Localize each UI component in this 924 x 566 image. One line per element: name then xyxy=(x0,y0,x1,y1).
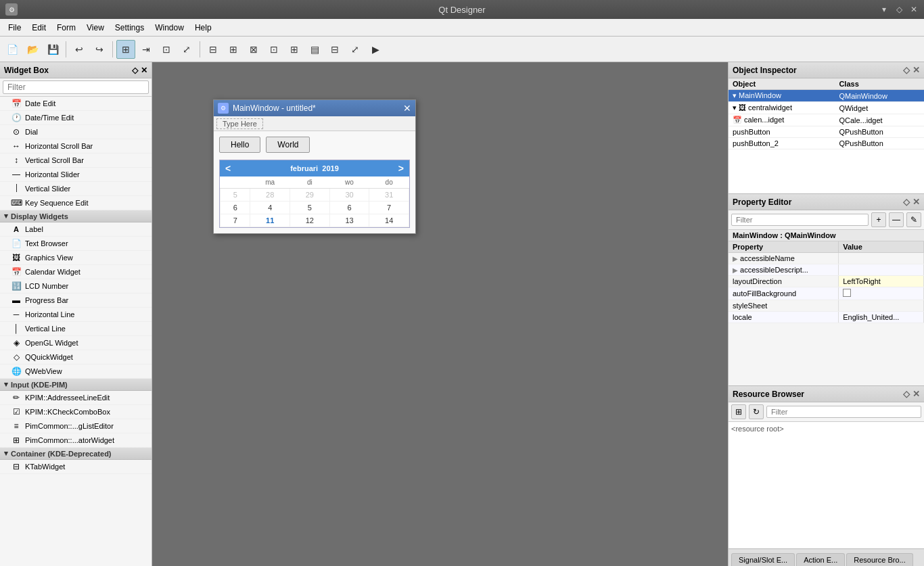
widget-item-opengl[interactable]: ◈ OpenGL Widget xyxy=(0,336,152,350)
cal-day[interactable]: 30 xyxy=(329,189,369,202)
save-button[interactable]: 💾 xyxy=(43,40,62,59)
widget-item-text-browser[interactable]: 📄 Text Browser xyxy=(0,237,152,251)
close-icon[interactable]: ✕ xyxy=(908,3,920,16)
widget-item-calendar[interactable]: 📅 Calendar Widget xyxy=(0,265,152,279)
menu-file[interactable]: File xyxy=(3,21,26,34)
maximize-icon[interactable]: ◇ xyxy=(893,3,905,16)
resource-filter-input[interactable] xyxy=(766,406,921,418)
table-row[interactable]: pushButton_2 QPushButton xyxy=(729,138,924,149)
cal-day[interactable]: 29 xyxy=(290,189,330,202)
widget-item-datetime-edit[interactable]: 🕐 Date/Time Edit xyxy=(0,111,152,125)
prop-editor-pin-icon[interactable]: ◇ xyxy=(903,197,910,207)
layout-h-button[interactable]: ⊟ xyxy=(204,40,223,59)
res-browser-close-icon[interactable]: ✕ xyxy=(913,389,920,399)
menu-view[interactable]: View xyxy=(81,21,110,34)
menu-window[interactable]: Window xyxy=(149,21,189,34)
widget-item-pimcommon-ator[interactable]: ⊞ PimCommon::...atorWidget xyxy=(0,433,152,448)
prop-editor-close-icon[interactable]: ✕ xyxy=(913,197,920,207)
cal-day[interactable]: 13 xyxy=(329,214,369,227)
widget-item-key-sequence[interactable]: ⌨ Key Sequence Edit xyxy=(0,196,152,210)
res-refresh-button[interactable]: ↻ xyxy=(749,404,764,419)
new-button[interactable]: 📄 xyxy=(3,40,22,59)
prop-value[interactable] xyxy=(839,264,924,276)
undo-button[interactable]: ↩ xyxy=(70,40,89,59)
menu-help[interactable]: Help xyxy=(189,21,217,34)
widget-box-close-icon[interactable]: ✕ xyxy=(141,66,147,75)
canvas[interactable]: ⚙ MainWindow - untitled* ✕ Type Here Hel… xyxy=(152,62,728,566)
cal-day[interactable]: 7 xyxy=(369,202,409,214)
table-row[interactable]: pushButton QPushButton xyxy=(729,126,924,138)
redo-button[interactable]: ↪ xyxy=(90,40,109,59)
resource-root-item[interactable]: <resource root> xyxy=(731,425,784,433)
table-row[interactable]: autoFillBackground xyxy=(729,287,924,300)
prop-value[interactable] xyxy=(839,253,924,264)
menu-edit[interactable]: Edit xyxy=(26,21,51,34)
form-menu-placeholder[interactable]: Type Here xyxy=(216,118,263,129)
table-row[interactable]: ▶ accessibleName xyxy=(729,253,924,264)
tab-order-button[interactable]: ⇥ xyxy=(137,40,156,59)
widget-item-pimcommon-list[interactable]: ≡ PimCommon::...gListEditor xyxy=(0,419,152,433)
cal-next-button[interactable]: > xyxy=(398,163,404,174)
table-row[interactable]: ▾ MainWindow QMainWindow xyxy=(729,90,924,102)
table-row[interactable]: 📅 calen...idget QCale...idget xyxy=(729,114,924,126)
prop-value[interactable] xyxy=(839,287,924,300)
prop-remove-button[interactable]: — xyxy=(889,212,904,227)
cal-day[interactable]: 31 xyxy=(369,189,409,202)
widget-item-h-scrollbar[interactable]: ↔ Horizontal Scroll Bar xyxy=(0,139,152,154)
cal-day-today[interactable]: 11 xyxy=(250,214,290,227)
cal-day[interactable]: 6 xyxy=(329,202,369,214)
property-filter-input[interactable] xyxy=(731,214,869,226)
widget-item-v-slider[interactable]: ⏐ Vertical Slider xyxy=(0,182,152,196)
menu-form[interactable]: Form xyxy=(51,21,81,34)
connect-button[interactable]: ⤢ xyxy=(177,40,196,59)
break-layout-button[interactable]: ⊟ xyxy=(325,40,344,59)
prop-configure-button[interactable]: ✎ xyxy=(906,212,921,227)
prop-value[interactable]: LeftToRight xyxy=(839,276,924,287)
widget-item-qwebview[interactable]: 🌐 QWebView xyxy=(0,364,152,379)
layout-grid-button[interactable]: ⊞ xyxy=(285,40,304,59)
widget-item-date-edit[interactable]: 📅 Date Edit xyxy=(0,97,152,111)
open-button[interactable]: 📂 xyxy=(23,40,42,59)
menu-settings[interactable]: Settings xyxy=(110,21,149,34)
widget-item-label[interactable]: A Label xyxy=(0,222,152,237)
cal-day[interactable]: 12 xyxy=(290,214,330,227)
widget-item-graphics-view[interactable]: 🖼 Graphics View xyxy=(0,251,152,265)
widget-item-progress-bar[interactable]: ▬ Progress Bar xyxy=(0,293,152,308)
res-new-button[interactable]: ⊞ xyxy=(731,404,746,419)
table-row[interactable]: ▾ 🖼 centralwidget QWidget xyxy=(729,102,924,114)
hello-button[interactable]: Hello xyxy=(219,137,260,153)
widget-item-kcheck-combo[interactable]: ☑ KPIM::KCheckComboBox xyxy=(0,405,152,419)
world-button[interactable]: World xyxy=(266,137,310,153)
cal-day[interactable]: 28 xyxy=(250,189,290,202)
widget-item-qquick[interactable]: ◇ QQuickWidget xyxy=(0,350,152,364)
category-display-widgets[interactable]: ▾ Display Widgets xyxy=(0,210,152,222)
widget-item-h-line[interactable]: ─ Horizontal Line xyxy=(0,308,152,322)
widget-item-v-scrollbar[interactable]: ↕ Vertical Scroll Bar xyxy=(0,154,152,168)
table-row[interactable]: locale English_United... xyxy=(729,312,924,323)
tab-resource-browser[interactable]: Resource Bro... xyxy=(846,553,913,566)
tab-action-editor[interactable]: Action E... xyxy=(796,553,845,566)
table-row[interactable]: layoutDirection LeftToRight xyxy=(729,276,924,287)
widget-item-dial[interactable]: ⊙ Dial xyxy=(0,125,152,139)
cal-day[interactable]: 5 xyxy=(290,202,330,214)
obj-inspector-pin-icon[interactable]: ◇ xyxy=(903,65,910,75)
preview-button[interactable]: ▶ xyxy=(366,40,385,59)
widget-item-lcd[interactable]: 🔢 LCD Number xyxy=(0,279,152,293)
cal-prev-button[interactable]: < xyxy=(225,163,231,174)
form-close-icon[interactable]: ✕ xyxy=(403,103,411,114)
obj-inspector-close-icon[interactable]: ✕ xyxy=(913,65,920,75)
res-browser-pin-icon[interactable]: ◇ xyxy=(903,389,910,399)
prop-value[interactable]: English_United... xyxy=(839,312,924,323)
cal-day[interactable]: 14 xyxy=(369,214,409,227)
layout-v-button[interactable]: ⊞ xyxy=(224,40,243,59)
table-row[interactable]: ▶ accessibleDescript... xyxy=(729,264,924,276)
layout-h-split-button[interactable]: ⊠ xyxy=(244,40,263,59)
widget-item-v-line[interactable]: │ Vertical Line xyxy=(0,322,152,336)
layout-v-split-button[interactable]: ⊡ xyxy=(264,40,283,59)
table-row[interactable]: styleSheet xyxy=(729,300,924,312)
widget-item-ktab[interactable]: ⊟ KTabWidget xyxy=(0,460,152,474)
widget-item-addressee[interactable]: ✏ KPIM::AddresseeLineEdit xyxy=(0,391,152,405)
widget-item-h-slider[interactable]: — Horizontal Slider xyxy=(0,168,152,182)
widget-box-pin-icon[interactable]: ◇ xyxy=(132,66,138,75)
checkbox-sim[interactable] xyxy=(843,289,851,297)
